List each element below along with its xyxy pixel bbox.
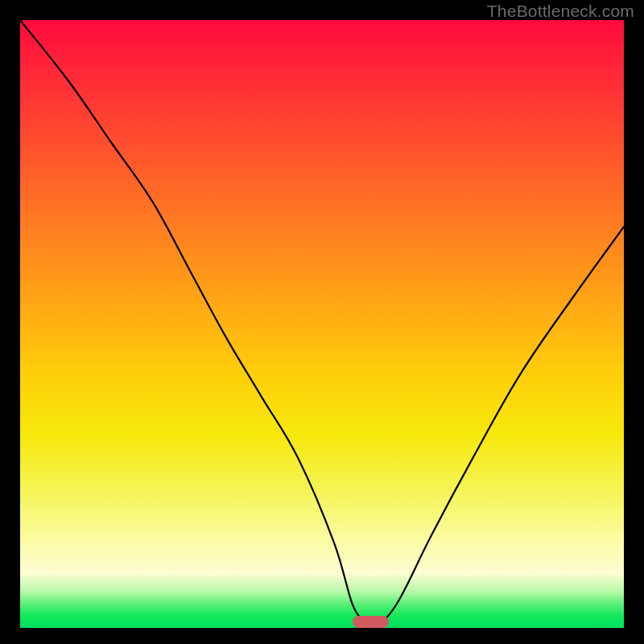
background-gradient [20,20,624,628]
plot-area [20,20,624,628]
optimum-marker [353,616,389,628]
watermark-text: TheBottleneck.com [487,2,634,21]
chart-frame: TheBottleneck.com [0,0,644,644]
